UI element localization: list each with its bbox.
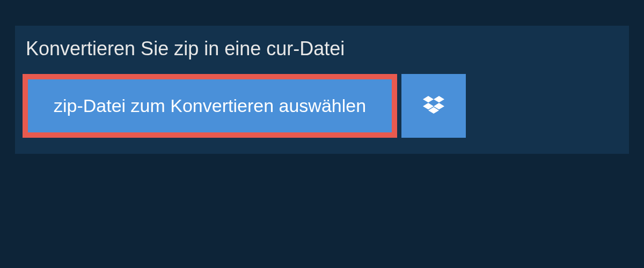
dropbox-button[interactable] xyxy=(401,74,466,138)
select-file-button[interactable]: zip-Datei zum Konvertieren auswählen xyxy=(28,79,392,132)
converter-panel: Konvertieren Sie zip in eine cur-Datei z… xyxy=(15,26,629,154)
select-file-highlight: zip-Datei zum Konvertieren auswählen xyxy=(23,74,397,138)
dropbox-icon xyxy=(423,94,444,118)
button-row: zip-Datei zum Konvertieren auswählen xyxy=(15,74,629,138)
page-title: Konvertieren Sie zip in eine cur-Datei xyxy=(15,26,629,74)
